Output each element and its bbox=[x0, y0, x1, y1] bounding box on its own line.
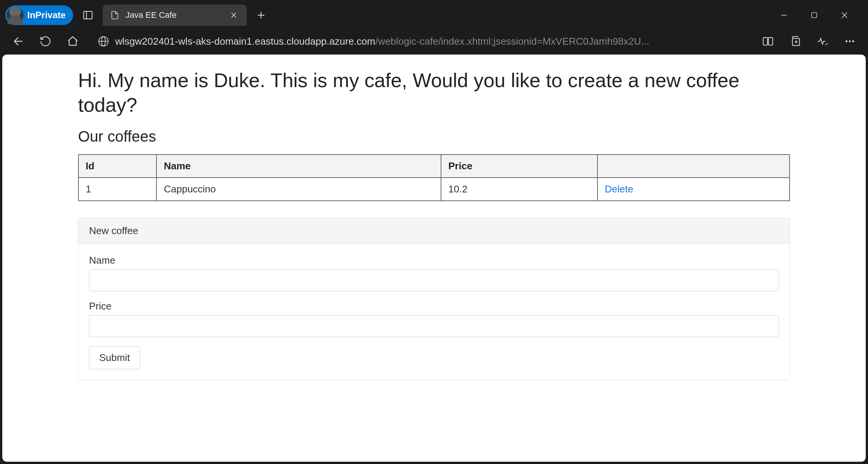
panel-title: New coffee bbox=[78, 218, 790, 244]
price-input[interactable] bbox=[89, 315, 779, 337]
table-row: 1 Cappuccino 10.2 Delete bbox=[78, 178, 790, 201]
site-info-icon[interactable] bbox=[98, 36, 109, 47]
coffee-table: Id Name Price 1 Cappuccino 10.2 Delete bbox=[78, 154, 790, 201]
url-host: wlsgw202401-wls-aks-domain1.eastus.cloud… bbox=[115, 36, 375, 47]
cell-id: 1 bbox=[78, 178, 156, 201]
svg-rect-14 bbox=[763, 37, 768, 45]
col-price: Price bbox=[441, 155, 597, 178]
collections-icon[interactable] bbox=[787, 33, 804, 50]
name-label: Name bbox=[89, 255, 779, 266]
svg-rect-15 bbox=[768, 37, 773, 45]
svg-point-20 bbox=[849, 41, 851, 42]
window-controls bbox=[776, 8, 863, 23]
close-tab-button[interactable] bbox=[228, 10, 239, 20]
url-path: /weblogic-cafe/index.xhtml;jsessionid=Mx… bbox=[375, 36, 649, 47]
close-window-button[interactable] bbox=[837, 8, 852, 23]
col-name: Name bbox=[156, 155, 441, 178]
submit-button[interactable]: Submit bbox=[89, 346, 140, 369]
page-title: Hi. My name is Duke. This is my cafe, Wo… bbox=[78, 68, 790, 117]
col-actions bbox=[597, 155, 790, 178]
section-title: Our coffees bbox=[78, 128, 790, 145]
url-text: wlsgw202401-wls-aks-domain1.eastus.cloud… bbox=[115, 36, 743, 47]
toolbar: wlsgw202401-wls-aks-domain1.eastus.cloud… bbox=[2, 28, 866, 55]
titlebar: InPrivate Java EE Cafe bbox=[2, 2, 866, 28]
new-coffee-panel: New coffee Name Price Submit bbox=[78, 218, 790, 380]
tab-actions-icon[interactable] bbox=[80, 7, 96, 23]
address-bar[interactable]: wlsgw202401-wls-aks-domain1.eastus.cloud… bbox=[92, 32, 749, 51]
home-button[interactable] bbox=[64, 33, 81, 50]
inprivate-label: InPrivate bbox=[27, 10, 66, 20]
maximize-button[interactable] bbox=[807, 8, 822, 23]
panel-body: Name Price Submit bbox=[78, 244, 790, 380]
cell-actions: Delete bbox=[597, 178, 790, 201]
tab-java-ee-cafe[interactable]: Java EE Cafe bbox=[103, 5, 247, 26]
toolbar-right bbox=[760, 33, 858, 50]
page-content: Hi. My name is Duke. This is my cafe, Wo… bbox=[2, 55, 866, 462]
col-id: Id bbox=[78, 155, 156, 178]
split-screen-icon[interactable] bbox=[760, 33, 776, 50]
table-header-row: Id Name Price bbox=[78, 155, 790, 178]
new-tab-button[interactable] bbox=[253, 7, 269, 23]
avatar-icon bbox=[7, 7, 23, 23]
performance-icon[interactable] bbox=[814, 33, 831, 50]
svg-point-19 bbox=[846, 41, 848, 42]
minimize-button[interactable] bbox=[776, 8, 791, 23]
tab-title: Java EE Cafe bbox=[125, 10, 222, 20]
page-icon bbox=[110, 10, 119, 20]
inprivate-badge[interactable]: InPrivate bbox=[5, 5, 73, 25]
svg-rect-7 bbox=[812, 12, 816, 17]
svg-point-21 bbox=[852, 41, 854, 42]
more-icon[interactable] bbox=[841, 33, 858, 50]
name-input[interactable] bbox=[89, 269, 779, 291]
cell-price: 10.2 bbox=[441, 178, 597, 201]
svg-rect-0 bbox=[84, 11, 92, 19]
refresh-button[interactable] bbox=[37, 33, 54, 50]
price-label: Price bbox=[89, 300, 779, 312]
back-button[interactable] bbox=[10, 33, 27, 50]
cell-name: Cappuccino bbox=[156, 178, 441, 201]
delete-link[interactable]: Delete bbox=[605, 183, 633, 195]
browser-window: InPrivate Java EE Cafe bbox=[0, 0, 868, 464]
